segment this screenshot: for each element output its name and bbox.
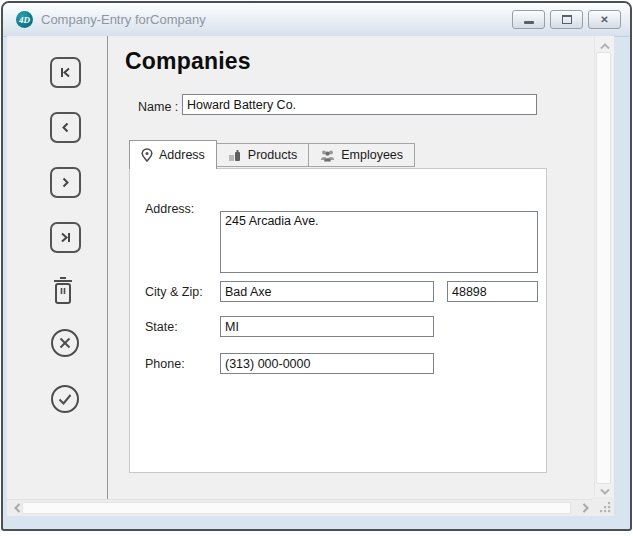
location-pin-icon [141,148,153,162]
first-record-button[interactable] [50,57,81,88]
page-title: Companies [125,48,251,75]
next-record-icon [59,176,72,189]
window-title: Company-Entry forCompany [41,12,206,27]
accept-record-button[interactable] [50,384,80,414]
vertical-scrollbar-thumb[interactable] [596,52,611,484]
tab-products[interactable]: Products [216,143,309,167]
address-tab-panel: Address: 245 Arcadia Ave. City & Zip: St… [129,168,547,473]
resize-grip-icon [600,502,611,513]
address-label: Address: [145,202,194,216]
previous-record-icon [59,121,72,134]
close-button[interactable]: ✕ [588,10,621,29]
phone-label: Phone: [145,357,185,371]
accept-circle-check-icon [50,384,80,414]
maximize-icon [562,15,572,24]
last-record-button[interactable] [50,222,81,253]
app-icon-4d: 4D [16,11,33,28]
minimize-icon [524,21,534,24]
tab-products-label: Products [248,148,297,162]
name-label: Name : [138,100,178,114]
resize-grip[interactable] [592,497,614,516]
titlebar: 4D Company-Entry forCompany ✕ [3,3,630,37]
last-record-icon [59,231,72,244]
people-group-icon [320,149,335,162]
chevron-right-icon [582,503,589,513]
vertical-scrollbar[interactable] [594,36,614,500]
state-input[interactable] [220,316,434,337]
tab-strip: Address Products [129,141,415,169]
window-body: Companies Name : Address [7,36,614,516]
first-record-icon [59,66,72,79]
tab-employees-label: Employees [341,148,403,162]
city-zip-label: City & Zip: [145,285,203,299]
chevron-left-icon [14,503,21,513]
close-icon: ✕ [600,15,608,25]
chevron-down-icon [600,488,610,495]
company-form: Companies Name : Address [108,36,595,500]
record-toolbar [7,36,108,500]
city-input[interactable] [220,281,434,302]
cancel-circle-x-icon [50,328,80,358]
delete-record-button[interactable] [50,274,76,306]
previous-record-button[interactable] [50,112,81,143]
zip-input[interactable] [447,281,538,302]
name-input[interactable] [182,94,537,115]
scroll-down-button[interactable] [599,486,611,496]
scroll-up-button[interactable] [599,41,611,51]
tab-address-label: Address [159,148,205,162]
chevron-up-icon [600,43,610,50]
address-textarea[interactable]: 245 Arcadia Ave. [220,211,538,273]
horizontal-scrollbar-thumb[interactable] [22,502,571,514]
phone-input[interactable] [220,353,434,374]
cancel-record-button[interactable] [50,328,80,358]
trash-icon [50,274,76,306]
horizontal-scrollbar[interactable] [7,499,595,516]
scroll-right-button[interactable] [579,503,591,513]
window-controls: ✕ [512,10,621,29]
tab-employees[interactable]: Employees [308,143,415,167]
next-record-button[interactable] [50,167,81,198]
minimize-button[interactable] [512,10,545,29]
tab-address[interactable]: Address [129,140,217,169]
app-window: 4D Company-Entry forCompany ✕ [1,1,632,531]
maximize-button[interactable] [550,10,583,29]
state-label: State: [145,320,178,334]
package-icon [228,149,242,162]
